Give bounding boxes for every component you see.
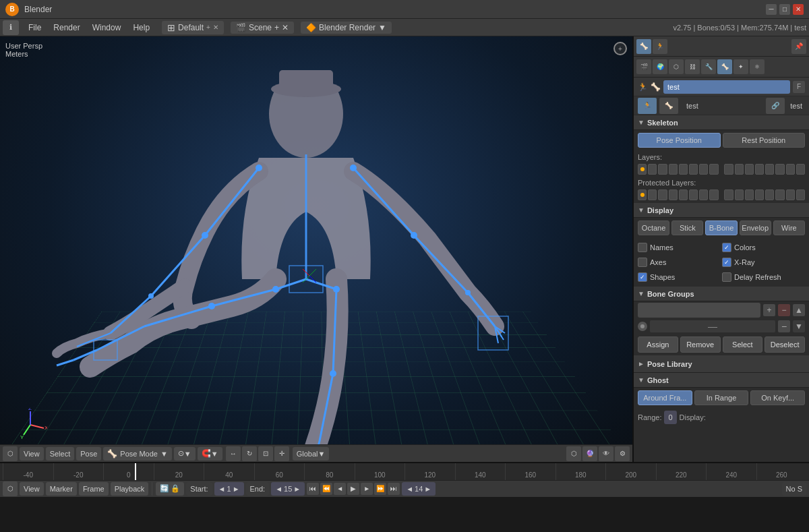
protected-layer-btn-6[interactable] [689,189,698,200]
scene-close[interactable]: ✕ [282,23,289,32]
maximize-button[interactable]: □ [779,4,790,15]
workspace-close[interactable]: ✕ [213,24,218,31]
viewport-3d[interactable]: User Persp Meters + X Y Z (14) test : th… [0,36,634,462]
next-frame-button[interactable]: ⏩ [374,483,386,495]
sync-button[interactable]: 🔄 🔒 [156,482,184,496]
pivot-selector[interactable]: ⊙ ▼ [174,447,196,461]
protected-layer-btn-15[interactable] [786,189,795,200]
start-frame-field[interactable]: ◄ 1 ► [214,482,244,496]
timeline-marker-button[interactable]: Marker [46,482,77,496]
translate-icon[interactable]: ↔ [226,446,241,461]
timeline-view-button[interactable]: View [20,482,44,496]
minimize-button[interactable]: ─ [766,4,777,15]
stick-button[interactable]: Stick [671,220,703,235]
prev-keyframe-button[interactable]: ◄ [334,483,346,495]
pose-position-button[interactable]: Pose Position [638,133,721,148]
armature-name-field[interactable]: test [663,80,790,94]
xray-checkbox[interactable] [722,258,731,267]
protected-layer-btn-10[interactable] [735,189,744,200]
display-section-header[interactable]: ▼ Display [634,203,809,218]
rest-position-button[interactable]: Rest Position [723,133,806,148]
layer-btn-13[interactable] [765,164,774,175]
ghost-section-header[interactable]: ▼ Ghost [634,373,809,388]
select-button[interactable]: Select [46,447,75,461]
layer-btn-10[interactable] [735,164,744,175]
protected-layer-btn-8[interactable] [709,189,718,200]
shapes-checkbox[interactable] [638,272,647,282]
orientation-selector[interactable]: Global ▼ [293,447,330,461]
protected-layer-btn-12[interactable] [755,189,764,200]
next-keyframe-button[interactable]: ► [361,483,373,495]
viewport-props-icon[interactable]: ⚙ [615,446,630,461]
bone-group-name-field[interactable] [638,303,760,318]
pose-icon-btn[interactable]: 🏃 [653,39,667,54]
tab-object[interactable]: ⬡ [669,59,684,74]
rotate-icon[interactable]: ↻ [242,446,257,461]
help-menu[interactable]: Help [127,22,155,34]
scale-icon[interactable]: ⊡ [258,446,273,461]
protected-layer-btn-11[interactable] [745,189,754,200]
colors-checkbox[interactable] [722,243,731,252]
bone-group-extra-btn[interactable]: ▼ [793,320,805,332]
render-menu[interactable]: Render [48,22,85,34]
file-menu[interactable]: File [23,22,47,34]
deselect-button[interactable]: Deselect [765,336,805,353]
layer-btn-15[interactable] [786,164,795,175]
layer-btn-2[interactable] [648,164,657,175]
layer-btn-3[interactable] [658,164,667,175]
range-value-field[interactable]: 0 [664,411,676,424]
layer-btn-12[interactable] [755,164,764,175]
viewport-render-icon[interactable]: 🔮 [582,446,597,461]
tab-modifiers[interactable]: 🔧 [701,59,716,74]
timeline-ruler[interactable]: -40 -20 0 20 40 60 80 100 120 140 160 18… [0,463,809,480]
tab-physics[interactable]: ⚛ [750,59,765,74]
wire-button[interactable]: Wire [773,220,805,235]
select-button[interactable]: Select [723,336,763,353]
tab-armature[interactable]: 🦴 [717,59,732,74]
bbone-button[interactable]: B-Bone [705,220,737,235]
protected-layer-btn-4[interactable] [669,189,678,200]
pose-library-header[interactable]: ► Pose Library [634,355,809,373]
timeline-playhead[interactable] [135,463,136,480]
protected-layer-btn-16[interactable] [796,189,805,200]
viewport-icon-btn[interactable]: ⬡ [3,446,18,461]
layer-btn-8[interactable] [709,164,718,175]
remove-button[interactable]: Remove [680,336,721,353]
viewport-overlay-icon[interactable]: 👁 [599,446,613,461]
skeleton-section-header[interactable]: ▼ Skeleton [634,115,809,130]
play-button[interactable]: ▶ [347,483,359,495]
protected-layer-btn-14[interactable] [775,189,784,200]
layer-btn-11[interactable] [745,164,754,175]
bone-group-minus-btn[interactable]: − [778,320,790,332]
protected-layer-btn-13[interactable] [765,189,774,200]
scene-add[interactable]: + [274,23,279,32]
bone-group-add-button[interactable]: + [763,304,775,316]
names-checkbox[interactable] [638,243,647,252]
timeline-playback-button[interactable]: Playback [111,482,149,496]
engine-selector[interactable]: 🔶 Blender Render ▼ [301,22,392,34]
protected-layer-btn-2[interactable] [648,189,657,200]
link-icon[interactable]: 🔗 [766,98,785,114]
protected-layer-btn-7[interactable] [699,189,708,200]
end-frame-field[interactable]: ◄ 15 ► [271,482,305,496]
pin-icon[interactable]: 📌 [791,39,806,54]
prev-frame-button[interactable]: ⏪ [320,483,332,495]
window-menu[interactable]: Window [87,22,127,34]
layer-btn-1[interactable] [638,164,647,175]
bone-groups-section-header[interactable]: ▼ Bone Groups [634,287,809,301]
object-data-icon[interactable]: 🏃 [638,98,657,114]
envelop-button[interactable]: Envelop [740,220,771,235]
layer-btn-9[interactable] [724,164,733,175]
ghost-on-keyframe-button[interactable]: On Keyf... [750,390,805,405]
protected-layer-btn-3[interactable] [658,189,667,200]
tab-particles[interactable]: ✦ [733,59,748,74]
tab-constraints[interactable]: ⛓ [685,59,700,74]
ghost-around-button[interactable]: Around Fra... [638,390,692,405]
assign-button[interactable]: Assign [638,336,678,353]
tab-scene[interactable]: 🎬 [636,59,651,74]
layer-btn-7[interactable] [699,164,708,175]
layer-btn-5[interactable] [679,164,688,175]
armature-icon-btn[interactable]: 🦴 [636,39,651,54]
pose-data-icon[interactable]: 🦴 [659,98,678,114]
pose-mode-selector[interactable]: 🦴 Pose Mode ▼ [103,447,172,461]
